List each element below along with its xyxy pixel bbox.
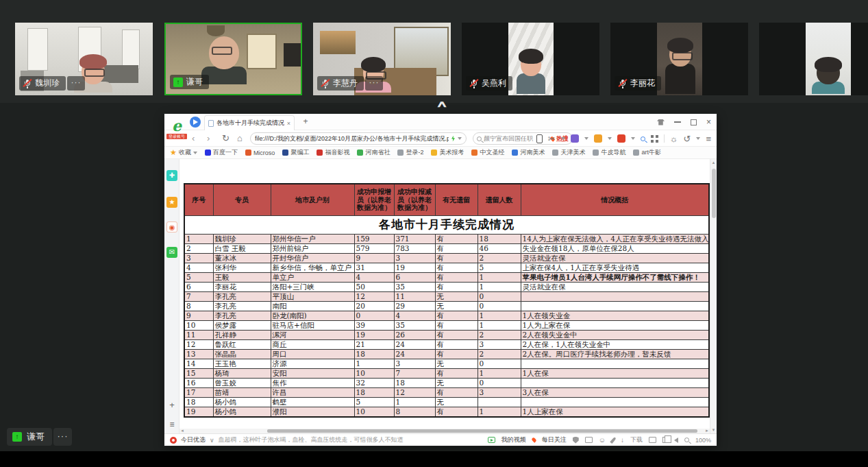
- bookmark-favicon: [593, 149, 599, 156]
- vertical-scroll-thumb[interactable]: [712, 169, 716, 218]
- restore-button[interactable]: [691, 119, 697, 125]
- emoji-icon[interactable]: ☺: [599, 437, 606, 444]
- rocket-boost-icon[interactable]: [610, 436, 616, 443]
- browser-menu-logo-icon[interactable]: [190, 117, 201, 128]
- settings-icon[interactable]: ☼: [670, 134, 678, 143]
- bookmark-item[interactable]: 天津美术: [552, 148, 585, 157]
- sidebar-favorites-icon[interactable]: ★: [166, 197, 177, 208]
- pdf-cell: 开封华信户: [271, 253, 354, 263]
- bookmark-item[interactable]: 百度一下: [205, 148, 238, 157]
- reload-button[interactable]: ↻: [222, 130, 230, 147]
- download-label[interactable]: 下载: [630, 435, 643, 444]
- forward-button[interactable]: ›: [207, 130, 210, 147]
- address-dropdown-icon[interactable]: [458, 137, 462, 140]
- window-copy-icon[interactable]: [662, 437, 668, 443]
- ticker-collapse-icon[interactable]: ∨: [210, 437, 214, 444]
- bookmark-item[interactable]: 聚编工: [282, 148, 309, 157]
- scroll-down-icon[interactable]: ▼: [710, 428, 717, 432]
- pdf-cell: 21: [354, 339, 394, 349]
- screenshot-scissors-icon[interactable]: ✂: [548, 134, 556, 143]
- participant-name: 李丽花: [630, 77, 655, 89]
- horizontal-scrollbar[interactable]: ◄ ►: [179, 429, 710, 433]
- home-button[interactable]: ⌂: [237, 130, 243, 147]
- apps-grid-icon[interactable]: [651, 135, 658, 143]
- search-icon: [477, 136, 482, 141]
- sidebar-health-icon[interactable]: ✚: [166, 170, 177, 181]
- security-shield-icon[interactable]: [594, 134, 602, 143]
- translate-extension-icon[interactable]: [571, 134, 579, 143]
- back-button[interactable]: ‹: [192, 130, 195, 147]
- sidebar-add-icon[interactable]: +: [166, 400, 177, 411]
- bookmark-item[interactable]: 中文圣经: [471, 148, 504, 157]
- scroll-left-icon[interactable]: ◄: [180, 429, 184, 433]
- news-ticker[interactable]: 血超稠，这种叶子泡水喝，血栓、高血压统统走，可惜很多人不知道: [219, 435, 404, 444]
- favorites-menu[interactable]: ★ 收藏: [170, 148, 197, 157]
- speed-bolt-icon[interactable]: [451, 136, 455, 142]
- browser-sidebar: ✚ ★ ◉ ✉ + ≡: [164, 159, 179, 433]
- shield-dropdown-icon[interactable]: [608, 137, 612, 140]
- translate-dropdown-icon[interactable]: [584, 137, 588, 140]
- screenshot-image-icon[interactable]: [585, 437, 593, 443]
- bookmark-item[interactable]: 牛皮导航: [593, 148, 625, 157]
- game-center-icon[interactable]: [617, 134, 625, 143]
- pdf-table-row: 15杨琦安阳107有11人在保: [184, 368, 709, 378]
- bookmark-favicon: [552, 149, 558, 156]
- bookmark-item[interactable]: 河南美术: [512, 148, 545, 157]
- bookmark-item[interactable]: 登录-2: [397, 148, 423, 157]
- minimize-button[interactable]: [674, 121, 681, 123]
- safety-shield-icon[interactable]: [573, 437, 579, 444]
- scroll-up-icon[interactable]: ▲: [710, 160, 717, 165]
- bookmark-item[interactable]: Microso: [245, 149, 275, 156]
- pdf-cell: 35: [394, 320, 435, 330]
- browser-content: ✚ ★ ◉ ✉ + ≡ 各地市十月手续完成情况: [164, 159, 717, 433]
- bookmark-item[interactable]: 福音影视: [317, 148, 349, 157]
- close-button[interactable]: ×: [706, 119, 711, 125]
- browser-login-logo[interactable]: e 登录账号: [166, 118, 187, 139]
- my-video-label[interactable]: 我的视频: [501, 435, 526, 444]
- zoom-level[interactable]: 100%: [695, 437, 711, 444]
- printer-icon[interactable]: [649, 437, 656, 443]
- tab-close-icon[interactable]: ×: [287, 120, 290, 127]
- vertical-scrollbar[interactable]: ▲ ▼: [710, 159, 717, 433]
- participant-tile-wuyanli[interactable]: 吴燕利: [462, 23, 599, 95]
- new-tab-button[interactable]: +: [300, 117, 311, 128]
- scroll-right-icon[interactable]: ►: [705, 429, 709, 433]
- zoom-magnifier-icon[interactable]: [684, 438, 689, 442]
- pdf-cell: 6: [394, 272, 435, 282]
- horizontal-scroll-thumb[interactable]: [267, 429, 697, 433]
- sharing-indicator-pill[interactable]: ↑ 谦哥: [7, 428, 52, 446]
- participant-tile-lihuidan[interactable]: 李慧丹 ···: [313, 23, 451, 95]
- participant-video: [657, 23, 702, 95]
- sidebar-mail-icon[interactable]: ✉: [166, 247, 177, 258]
- undo-icon[interactable]: ↺: [684, 134, 691, 143]
- participant-tile-qiange[interactable]: ↑ 谦哥: [164, 23, 302, 95]
- star-icon: ★: [170, 148, 177, 157]
- bookmark-item[interactable]: 美术报考: [431, 148, 464, 157]
- participant-more-button[interactable]: ···: [365, 76, 383, 91]
- sidebar-weibo-icon[interactable]: ◉: [166, 221, 177, 232]
- undo-dropdown-icon[interactable]: [696, 137, 700, 140]
- speaker-icon[interactable]: [674, 438, 678, 443]
- participant-tile-weizhenzhen[interactable]: 魏圳珍 ···: [15, 23, 153, 95]
- theme-skin-icon[interactable]: [657, 119, 665, 125]
- game-dropdown-icon[interactable]: [631, 137, 635, 140]
- participant-tile-unnamed[interactable]: [759, 23, 868, 95]
- collapse-strip-chevron[interactable]: ∧: [425, 99, 458, 108]
- bookmark-item[interactable]: 河南省社: [357, 148, 390, 157]
- find-icon[interactable]: [641, 136, 645, 141]
- daily-follow-label[interactable]: 每日关注: [542, 435, 567, 444]
- scissors-dropdown-icon[interactable]: [561, 137, 565, 140]
- download-arrow-icon[interactable]: ↓: [621, 437, 624, 444]
- daily-picks-label[interactable]: 今日优选: [181, 435, 206, 444]
- sidebar-list-icon[interactable]: ≡: [166, 419, 177, 430]
- browser-tab[interactable]: 各地市十月手续完成情况.pdf ×: [204, 115, 295, 130]
- pdf-cell: 19: [184, 407, 213, 417]
- mobile-phone-icon[interactable]: [536, 134, 543, 143]
- menu-icon[interactable]: ≡: [706, 134, 711, 143]
- pdf-cell: [521, 301, 709, 311]
- address-bar[interactable]: file:///D:/我的文档/桌面/2022年10月居家办公/各地市十月手续完…: [250, 132, 467, 145]
- participant-more-button[interactable]: ···: [67, 76, 85, 91]
- participant-tile-lilihua[interactable]: 李丽花: [610, 23, 748, 95]
- bookmark-item[interactable]: art牛影: [633, 148, 661, 157]
- sharing-more-button[interactable]: ···: [53, 428, 72, 446]
